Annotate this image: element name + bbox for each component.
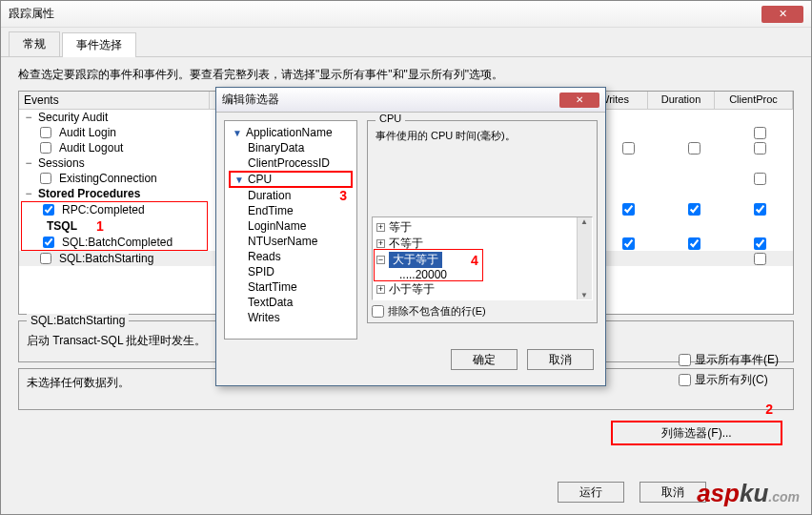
window-title: 跟踪属性: [9, 6, 54, 22]
col-clientproc[interactable]: ClientProc: [715, 92, 793, 109]
right-options: 显示所有事件(E) 显示所有列(C): [679, 352, 779, 388]
list-item[interactable]: NTUserName: [229, 234, 353, 249]
checkbox-show-all-cols[interactable]: [679, 374, 691, 386]
dialog-title: 编辑筛选器: [222, 92, 279, 108]
show-all-events-option[interactable]: 显示所有事件(E): [679, 352, 779, 368]
gte-value: 20000: [416, 268, 447, 281]
label-show-all-cols: 显示所有列(C): [695, 372, 768, 388]
chk[interactable]: [754, 203, 766, 216]
tab-general-label: 常规: [23, 37, 46, 51]
filter-desc: 事件使用的 CPU 时间(毫秒)。: [372, 125, 593, 216]
annotation-4: 4: [471, 253, 478, 268]
list-item[interactable]: ▼ApplicationName: [229, 125, 353, 140]
filter-column-list[interactable]: ▼ApplicationName BinaryData ClientProces…: [224, 120, 357, 340]
label-existing-conn: ExistingConnection: [55, 172, 157, 185]
list-item[interactable]: EndTime: [229, 203, 353, 218]
checkbox-show-all-events[interactable]: [679, 354, 691, 366]
chk[interactable]: [754, 142, 766, 154]
expand-icon[interactable]: +: [376, 285, 385, 294]
list-item[interactable]: TextData: [229, 295, 353, 310]
column-filter-label: 列筛选器(F)...: [661, 425, 731, 442]
list-item[interactable]: BinaryData: [229, 140, 353, 155]
unselected-text: 未选择任何数据列。: [27, 376, 130, 389]
main-window: 跟踪属性 ✕ 常规 事件选择 检查选定要跟踪的事件和事件列。要查看完整列表，请选…: [0, 0, 812, 515]
list-item[interactable]: LoginName: [229, 218, 353, 234]
exclude-label: 排除不包含值的行(E): [388, 304, 486, 319]
collapse-icon[interactable]: −: [23, 187, 34, 200]
dialog-right: CPU 事件使用的 CPU 时间(毫秒)。 +等于 +不等于 −大于等于4 ..…: [367, 120, 598, 340]
run-button[interactable]: 运行: [558, 482, 624, 503]
funnel-icon: ▼: [234, 175, 244, 185]
list-item[interactable]: StartTime: [229, 279, 353, 295]
col-events[interactable]: Events: [19, 92, 210, 109]
checkbox-exclude[interactable]: [372, 305, 384, 318]
col-duration[interactable]: Duration: [648, 92, 715, 109]
chk[interactable]: [622, 142, 635, 154]
dialog-buttons: 确定 取消: [216, 347, 605, 378]
close-icon[interactable]: ✕: [761, 6, 803, 23]
collapse-icon[interactable]: −: [23, 156, 34, 170]
tab-general[interactable]: 常规: [9, 31, 60, 56]
row-rpc-completed[interactable]: RPC:Completed: [22, 202, 207, 217]
chk[interactable]: [622, 237, 635, 250]
checkbox-audit-login[interactable]: [40, 127, 51, 138]
label-stored-procs: Stored Procedures: [34, 187, 140, 200]
column-filter-button[interactable]: 列筛选器(F)...: [611, 421, 782, 445]
cancel-button[interactable]: 取消: [527, 349, 594, 370]
chk[interactable]: [688, 203, 700, 216]
label-sql-batch-completed: SQL:BatchCompleted: [58, 236, 173, 249]
label-audit-login: Audit Login: [55, 126, 116, 139]
chk[interactable]: [688, 142, 700, 154]
tree-eq[interactable]: +等于: [375, 219, 590, 236]
tree-gte-value[interactable]: .....20000: [375, 268, 590, 281]
list-item[interactable]: Writes: [229, 310, 353, 325]
list-item[interactable]: ClientProcessID: [229, 155, 353, 171]
chk[interactable]: [754, 237, 766, 250]
row-sql-batch-completed[interactable]: SQL:BatchCompleted: [22, 235, 207, 250]
show-all-cols-option[interactable]: 显示所有列(C): [679, 372, 779, 388]
cancel-label: 取消: [549, 352, 572, 368]
tree-lte[interactable]: +小于等于: [375, 281, 590, 298]
list-item[interactable]: Reads: [229, 249, 353, 264]
list-item[interactable]: SPID: [229, 264, 353, 279]
row-tsql[interactable]: TSQL1: [22, 217, 207, 235]
checkbox-existing-conn[interactable]: [40, 173, 51, 184]
chk[interactable]: [688, 237, 700, 250]
label-sql-batch-starting: SQL:BatchStarting: [55, 252, 153, 265]
label-tsql: TSQL: [43, 219, 77, 233]
chk[interactable]: [754, 253, 766, 265]
collapse-icon[interactable]: −: [23, 111, 34, 124]
label-rpc-completed: RPC:Completed: [58, 203, 145, 216]
watermark: aspku.com: [697, 479, 800, 508]
expand-icon[interactable]: +: [376, 239, 385, 248]
tabs: 常规 事件选择: [1, 28, 811, 57]
cancel-label-main: 取消: [661, 484, 684, 501]
titlebar: 跟踪属性 ✕: [1, 1, 811, 28]
dialog-close-icon[interactable]: ✕: [559, 93, 599, 108]
expand-icon[interactable]: +: [376, 223, 385, 232]
scrollbar[interactable]: [577, 217, 592, 299]
filter-tree[interactable]: +等于 +不等于 −大于等于4 .....20000 +小于等于: [372, 216, 593, 300]
tab-events[interactable]: 事件选择: [62, 32, 136, 57]
list-item[interactable]: Duration3: [229, 188, 353, 203]
annotation-3: 3: [339, 188, 347, 203]
exclude-row[interactable]: 排除不包含值的行(E): [372, 304, 593, 319]
tree-gte[interactable]: −大于等于4: [375, 252, 590, 268]
description: 检查选定要跟踪的事件和事件列。要查看完整列表，请选择"显示所有事件"和"显示所有…: [18, 67, 794, 83]
chk[interactable]: [754, 127, 766, 139]
annotation-2: 2: [765, 402, 773, 417]
cpu-label: CPU: [248, 173, 272, 186]
run-label: 运行: [579, 484, 602, 501]
chk[interactable]: [754, 173, 766, 185]
checkbox-audit-logout[interactable]: [40, 142, 51, 154]
checkbox-sql-batch-completed[interactable]: [43, 237, 54, 248]
dialog-body: ▼ApplicationName BinaryData ClientProces…: [216, 113, 605, 347]
checkbox-sql-batch-starting[interactable]: [40, 253, 51, 264]
collapse-icon[interactable]: −: [376, 256, 385, 264]
list-item-cpu[interactable]: ▼CPU: [229, 171, 353, 188]
filter-group-label: CPU: [376, 113, 405, 124]
chk[interactable]: [622, 203, 635, 216]
tree-neq[interactable]: +不等于: [375, 236, 590, 252]
checkbox-rpc-completed[interactable]: [43, 204, 54, 216]
ok-button[interactable]: 确定: [451, 349, 518, 370]
